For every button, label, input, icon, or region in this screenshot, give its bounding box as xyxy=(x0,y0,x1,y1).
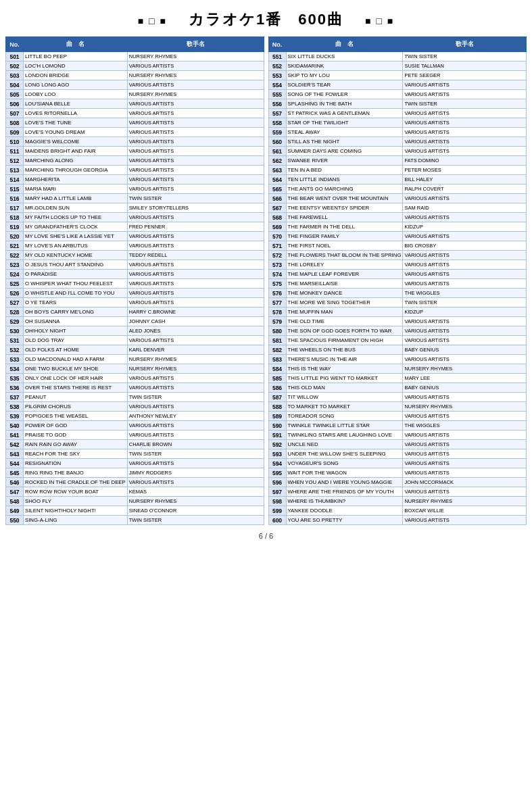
table-row: 522MY OLD KENTUCKY HOMETEDDY REDELL xyxy=(6,251,264,260)
table-row: 547ROW ROW ROW YOUR BOATKEMAS xyxy=(6,487,264,497)
row-song: OLD DOG TRAY xyxy=(24,336,128,345)
row-number: 521 xyxy=(6,241,24,251)
table-row: 534ONE TWO BUCKLE MY SHOENURSERY RHYMES xyxy=(6,364,264,374)
row-number: 510 xyxy=(6,137,24,147)
row-artist: KARL DENVER xyxy=(127,345,264,355)
row-artist: VARIOUS ARTISTS xyxy=(127,260,264,270)
row-song: LOVES RITORNELLA xyxy=(24,109,128,118)
row-number: 540 xyxy=(6,421,24,431)
row-artist: VARIOUS ARTISTS xyxy=(403,355,527,364)
row-number: 589 xyxy=(268,412,286,421)
row-artist: ANTHONY NEWLEY xyxy=(127,412,264,421)
left-col-no: No. xyxy=(6,37,24,52)
row-artist: TWIN SISTER xyxy=(403,99,527,109)
left-col-artist: 歌手名 xyxy=(127,37,264,52)
row-song: PILGRIM CHORUS xyxy=(24,402,128,412)
row-song: THIS IS THE WAY xyxy=(286,364,403,374)
table-row: 504LONG LONG AGOVARIOUS ARTISTS xyxy=(6,80,264,90)
row-song: WHERE ARE THE FRIENDS OF MY YOUTH xyxy=(286,487,403,497)
table-row: 562SWANEE RIVERFATS DOMINO xyxy=(268,156,527,166)
row-number: 520 xyxy=(6,232,24,241)
row-number: 553 xyxy=(268,71,286,80)
row-song: YOU ARE SO PRETTY xyxy=(286,516,403,525)
row-artist: JOHN MCCORMACK xyxy=(403,478,527,487)
row-number: 593 xyxy=(268,449,286,459)
row-artist: JIMMY RODGERS xyxy=(127,468,264,478)
row-number: 526 xyxy=(6,289,24,298)
row-number: 562 xyxy=(268,156,286,166)
row-song: LITTLE BO PEEP xyxy=(24,52,128,62)
table-row: 561SUMMER DAYS ARE COMINGVARIOUS ARTISTS xyxy=(268,147,527,156)
row-song: OVER THE STARS THERE IS REST xyxy=(24,383,128,393)
table-row: 517MR.GOLDEN SUNSMILEY STORYTELLERS xyxy=(6,203,264,213)
right-col-title: 曲 名 xyxy=(286,37,403,52)
table-row: 516MARY HAD A LITTLE LAMBTWIN SISTER xyxy=(6,194,264,203)
page-number: 6 / 6 xyxy=(259,532,273,540)
row-song: THE SPACIOUS FIRMAMENT ON HIGH xyxy=(286,336,403,345)
table-row: 507LOVES RITORNELLAVARIOUS ARTISTS xyxy=(6,109,264,118)
row-artist: TEDDY REDELL xyxy=(127,251,264,260)
table-row: 578THE MUFFIN MANKIDZUP xyxy=(268,308,527,317)
row-artist: NURSERY RHYMES xyxy=(127,90,264,99)
table-row: 523O JESUS THOU ART STANDINGVARIOUS ARTI… xyxy=(6,260,264,270)
row-artist: NURSERY RHYMES xyxy=(403,402,527,412)
row-artist: VARIOUS ARTISTS xyxy=(127,402,264,412)
table-row: 533OLD MACDONALD HAD A FARMNURSERY RHYME… xyxy=(6,355,264,364)
row-song: SKIP TO MY LOU xyxy=(286,71,403,80)
row-song: SONG OF THE FOWLER xyxy=(286,90,403,99)
row-song: MY GRANDFATHER'S CLOCK xyxy=(24,222,128,232)
row-number: 516 xyxy=(6,194,24,203)
table-row: 571THE FIRST NOELBIG CROSBY xyxy=(268,241,527,251)
row-artist: VARIOUS ARTISTS xyxy=(127,289,264,298)
row-artist: VARIOUS ARTISTS xyxy=(403,147,527,156)
row-song: TEN IN A BED xyxy=(286,166,403,175)
row-song: TEN LITTLE INDIANS xyxy=(286,175,403,185)
row-song: RAIN RAIN GO AWAY xyxy=(24,440,128,449)
row-song: LONDON BRIDGE xyxy=(24,71,128,80)
row-artist: VARIOUS ARTISTS xyxy=(403,118,527,128)
row-song: OLD MACDONALD HAD A FARM xyxy=(24,355,128,364)
row-artist: NURSERY RHYMES xyxy=(127,355,264,364)
table-row: 600YOU ARE SO PRETTYVARIOUS ARTISTS xyxy=(268,516,527,525)
row-number: 506 xyxy=(6,99,24,109)
row-artist: VARIOUS ARTISTS xyxy=(403,109,527,118)
row-artist: VARIOUS ARTISTS xyxy=(127,147,264,156)
row-artist: VARIOUS ARTISTS xyxy=(127,431,264,440)
row-song: REACH FOR THE SKY xyxy=(24,449,128,459)
row-artist: VARIOUS ARTISTS xyxy=(403,431,527,440)
row-number: 543 xyxy=(6,449,24,459)
table-row: 586THIS OLD MANBABY GENIUS xyxy=(268,383,527,393)
table-row: 526O WHISTLE AND I'LL COME TO YOUVARIOUS… xyxy=(6,289,264,298)
row-number: 550 xyxy=(6,516,24,525)
right-col-artist: 歌手名 xyxy=(403,37,527,52)
row-artist: ALED JONES xyxy=(127,326,264,336)
table-row: 597WHERE ARE THE FRIENDS OF MY YOUTHVARI… xyxy=(268,487,527,497)
row-artist: NURSERY RHYMES xyxy=(403,364,527,374)
row-artist: VARIOUS ARTISTS xyxy=(127,137,264,147)
table-row: 520MY LOVE SHE'S LIKE A LASSIE YETVARIOU… xyxy=(6,232,264,241)
page-title: カラオケ1番 600曲 xyxy=(189,11,343,28)
row-number: 533 xyxy=(6,355,24,364)
row-song: SIX LITTLE DUCKS xyxy=(286,52,403,62)
row-number: 507 xyxy=(6,109,24,118)
row-number: 546 xyxy=(6,478,24,487)
table-row: 510MAGGIE'S WELCOMEVARIOUS ARTISTS xyxy=(6,137,264,147)
row-number: 517 xyxy=(6,203,24,213)
row-artist: CHARLIE BROWN xyxy=(127,440,264,449)
row-artist: VARIOUS ARTISTS xyxy=(403,260,527,270)
table-row: 528OH BOYS CARRY ME'LONGHARRY C.BROWNE xyxy=(6,308,264,317)
row-song: RESIGNATION xyxy=(24,459,128,468)
row-artist: VARIOUS ARTISTS xyxy=(403,194,527,203)
row-artist: FATS DOMINO xyxy=(403,156,527,166)
row-artist: VARIOUS ARTISTS xyxy=(403,90,527,99)
row-number: 539 xyxy=(6,412,24,421)
row-number: 575 xyxy=(268,279,286,289)
row-artist: VARIOUS ARTISTS xyxy=(127,62,264,71)
row-artist: TWIN SISTER xyxy=(127,393,264,402)
table-row: 540POWER OF GODVARIOUS ARTISTS xyxy=(6,421,264,431)
row-artist: VARIOUS ARTISTS xyxy=(127,478,264,487)
row-number: 542 xyxy=(6,440,24,449)
row-artist: VARIOUS ARTISTS xyxy=(403,137,527,147)
table-row: 529OH SUSANNAJOHNNY CASH xyxy=(6,317,264,326)
row-artist: SINEAD O'CONNOR xyxy=(127,506,264,516)
